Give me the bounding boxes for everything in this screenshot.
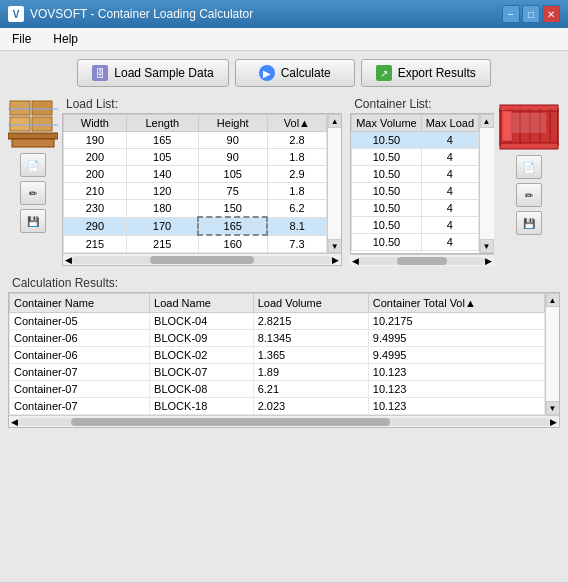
load-cell[interactable]: 200 — [64, 166, 127, 183]
cont-scroll-right[interactable]: ▶ — [485, 256, 492, 266]
res-scroll-down-btn[interactable]: ▼ — [546, 401, 560, 415]
table-row[interactable]: 2901701658.1 — [64, 217, 327, 235]
container-cell[interactable]: 4 — [421, 132, 478, 149]
res-scroll-right[interactable]: ▶ — [550, 417, 557, 427]
cont-scroll-up-btn[interactable]: ▲ — [480, 114, 494, 128]
load-cell[interactable]: 2.8 — [267, 132, 326, 149]
container-cell[interactable]: 10.50 — [352, 132, 422, 149]
scroll-up-btn[interactable]: ▲ — [328, 114, 342, 128]
load-list-scrollbar-v[interactable]: ▲ ▼ — [327, 114, 341, 253]
table-row[interactable]: 10.504 — [352, 149, 479, 166]
container-cell[interactable]: 4 — [421, 200, 478, 217]
table-row[interactable]: 10.504 — [352, 217, 479, 234]
result-cell: 1.365 — [253, 347, 368, 364]
load-cell[interactable]: 210 — [64, 183, 127, 200]
table-row[interactable]: 200105901.8 — [64, 149, 327, 166]
load-cell[interactable]: 160 — [198, 235, 267, 253]
load-cell[interactable]: 140 — [126, 166, 198, 183]
result-cell: 9.4995 — [368, 347, 544, 364]
load-cell[interactable]: 105 — [126, 149, 198, 166]
load-cell[interactable]: 230 — [64, 200, 127, 218]
export-button[interactable]: ↗ Export Results — [361, 59, 491, 87]
load-cell[interactable]: 7.3 — [267, 235, 326, 253]
container-cell[interactable]: 10.50 — [352, 200, 422, 217]
menu-file[interactable]: File — [6, 30, 37, 48]
table-row[interactable]: 2001401052.9 — [64, 166, 327, 183]
container-cell[interactable]: 10.50 — [352, 149, 422, 166]
col-max-vol: Max Volume — [352, 115, 422, 132]
close-button[interactable]: ✕ — [542, 5, 560, 23]
container-cell[interactable]: 4 — [421, 234, 478, 251]
table-row[interactable]: 190165902.8 — [64, 132, 327, 149]
load-cell[interactable]: 1.8 — [267, 183, 326, 200]
minimize-button[interactable]: − — [502, 5, 520, 23]
load-cell[interactable]: 90 — [198, 149, 267, 166]
container-cell[interactable]: 4 — [421, 149, 478, 166]
table-row[interactable]: 10.504 — [352, 234, 479, 251]
app-icon: V — [8, 6, 24, 22]
save-container-button[interactable]: 💾 — [516, 211, 542, 235]
table-row[interactable]: 210120751.8 — [64, 183, 327, 200]
edit-load-button[interactable]: ✏ — [20, 181, 46, 205]
new-load-button[interactable]: 📄 — [20, 153, 46, 177]
load-cell[interactable]: 6.2 — [267, 200, 326, 218]
calculate-button[interactable]: ▶ Calculate — [235, 59, 355, 87]
table-row[interactable]: 10.504 — [352, 166, 479, 183]
res-scroll-left[interactable]: ◀ — [11, 417, 18, 427]
load-cell[interactable]: 180 — [126, 200, 198, 218]
load-cell[interactable]: 170 — [126, 217, 198, 235]
load-sample-button[interactable]: 🗄 Load Sample Data — [77, 59, 228, 87]
table-row[interactable]: 10.504 — [352, 132, 479, 149]
load-cell[interactable]: 165 — [126, 132, 198, 149]
load-cell[interactable]: 75 — [198, 183, 267, 200]
container-list-table: Max Volume Max Load 10.50410.50410.50410… — [351, 114, 479, 251]
load-cell[interactable]: 165 — [198, 217, 267, 235]
results-scrollbar-v[interactable]: ▲ ▼ — [545, 293, 559, 415]
load-cell[interactable]: 215 — [64, 235, 127, 253]
load-cell[interactable]: 290 — [64, 217, 127, 235]
container-cell[interactable]: 10.50 — [352, 183, 422, 200]
load-cell[interactable]: 120 — [126, 183, 198, 200]
load-cell[interactable]: 190 — [64, 132, 127, 149]
res-scroll-track — [546, 307, 560, 401]
load-cell[interactable]: 1.8 — [267, 149, 326, 166]
col-height: Height — [198, 115, 267, 132]
menu-help[interactable]: Help — [47, 30, 84, 48]
container-cell[interactable]: 10.50 — [352, 234, 422, 251]
cont-scroll-left[interactable]: ◀ — [352, 256, 359, 266]
result-cell: Container-07 — [10, 398, 150, 415]
container-cell[interactable]: 10.50 — [352, 217, 422, 234]
new-container-button[interactable]: 📄 — [516, 155, 542, 179]
load-cell[interactable]: 215 — [126, 235, 198, 253]
table-row[interactable]: 2152151607.3 — [64, 235, 327, 253]
container-list-scrollbar-h[interactable]: ◀ ▶ — [350, 254, 494, 266]
scroll-down-btn[interactable]: ▼ — [328, 239, 342, 253]
load-cell[interactable]: 90 — [198, 132, 267, 149]
cont-h-track — [359, 257, 485, 265]
container-list-scrollbar-v[interactable]: ▲ ▼ — [479, 114, 493, 253]
scroll-right-btn[interactable]: ▶ — [332, 255, 339, 265]
load-cell[interactable]: 2.9 — [267, 166, 326, 183]
save-load-button[interactable]: 💾 — [20, 209, 46, 233]
edit-container-button[interactable]: ✏ — [516, 183, 542, 207]
container-cell[interactable]: 10.50 — [352, 166, 422, 183]
load-cell[interactable]: 200 — [64, 149, 127, 166]
load-list-scrollbar-h[interactable]: ◀ ▶ — [63, 253, 341, 265]
container-cell[interactable]: 4 — [421, 183, 478, 200]
container-cell[interactable]: 4 — [421, 217, 478, 234]
table-row: Container-05BLOCK-042.821510.2175 — [10, 313, 545, 330]
result-cell: Container-05 — [10, 313, 150, 330]
res-scroll-up-btn[interactable]: ▲ — [546, 293, 560, 307]
scroll-left-btn[interactable]: ◀ — [65, 255, 72, 265]
load-cell[interactable]: 105 — [198, 166, 267, 183]
cont-scroll-down-btn[interactable]: ▼ — [480, 239, 494, 253]
maximize-button[interactable]: □ — [522, 5, 540, 23]
table-row[interactable]: 10.504 — [352, 183, 479, 200]
load-cell[interactable]: 150 — [198, 200, 267, 218]
container-cell[interactable]: 4 — [421, 166, 478, 183]
result-cell: BLOCK-04 — [150, 313, 254, 330]
load-cell[interactable]: 8.1 — [267, 217, 326, 235]
results-scrollbar-h[interactable]: ◀ ▶ — [9, 415, 559, 427]
table-row[interactable]: 10.504 — [352, 200, 479, 217]
table-row[interactable]: 2301801506.2 — [64, 200, 327, 218]
